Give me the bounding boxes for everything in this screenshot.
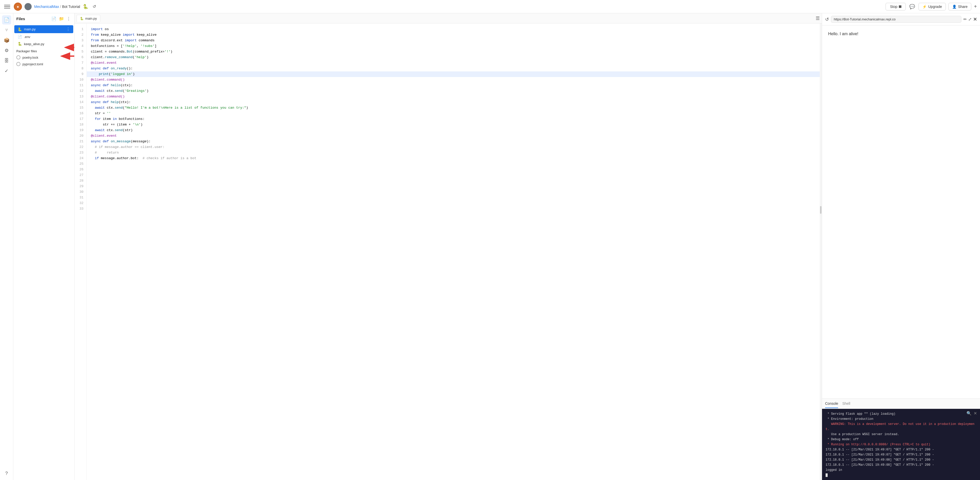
code-line-12: print('logged in') xyxy=(87,71,820,77)
file-name-keep-alive: keep_alive.py xyxy=(24,42,70,46)
packager-item-pyproject[interactable]: pyproject.toml xyxy=(13,61,74,67)
code-line-2: from keep_alive import keep_alive xyxy=(87,32,820,38)
editor-area: 🐍 main.py ☰ 1 2 3 4 5 6 7 8 9 10 11 12 1… xyxy=(75,13,822,480)
code-line-30: # if message.author == client.user: xyxy=(87,144,820,150)
console-toolbar: 🔍 ✕ xyxy=(966,411,977,416)
sidebar-icon-files[interactable]: 📄 xyxy=(2,15,11,24)
packager-icon-pyproject xyxy=(16,62,21,66)
webview-open-button[interactable]: ⤢ xyxy=(968,17,972,22)
sidebar-icon-help[interactable]: ? xyxy=(2,469,11,478)
code-line-15: @client.command() xyxy=(87,77,820,82)
console-cursor-line xyxy=(826,473,977,478)
sidebar-icon-deploy[interactable]: ✓ xyxy=(2,66,11,76)
sidebar-icons: 📄 ⑂ 📦 ⚙ 🗄 ✓ ? xyxy=(0,13,13,480)
sidebar-icon-settings[interactable]: ⚙ xyxy=(2,46,11,55)
hamburger-button[interactable] xyxy=(3,3,11,11)
red-arrow-env xyxy=(60,52,75,60)
code-line-28: @client.event xyxy=(87,133,820,139)
code-line-7: client = commands.Bot(command_prefix='!'… xyxy=(87,49,820,55)
python-file-icon: 🐍 xyxy=(18,27,22,32)
code-line-5: botFunctions = ['!help', '!subs'] xyxy=(87,43,820,49)
plus-button[interactable]: + xyxy=(974,3,977,10)
stop-label: Stop xyxy=(890,5,897,9)
chat-icon-button[interactable]: 💬 xyxy=(908,3,916,11)
breadcrumb-separator: / xyxy=(60,5,61,9)
code-line-33: if message.author.bot: # checks if autho… xyxy=(87,155,820,161)
code-line-23: str = '' xyxy=(87,111,820,116)
file-item-env[interactable]: 📄 .env xyxy=(14,33,73,40)
share-button[interactable]: 👤 Share xyxy=(948,3,971,11)
keep-alive-icon: 🐍 xyxy=(18,42,22,46)
file-options-button[interactable]: ⋮ xyxy=(66,16,71,22)
code-line-8: client.remove_command('help') xyxy=(87,55,820,60)
topbar-left: ● MechanicalMax / Bot Tutorial 🐍 ↺ xyxy=(3,3,883,11)
code-line-3: from discord.ext import commands xyxy=(87,38,820,43)
code-line-29: async def on_message(message): xyxy=(87,139,820,144)
stop-icon xyxy=(899,5,901,8)
right-panel: ↺ ✏ ⤢ ✕ Hello. I am alive! Console Shell… xyxy=(822,13,980,480)
console-search-button[interactable]: 🔍 xyxy=(966,411,972,416)
editor-scrollbar[interactable] xyxy=(820,24,822,480)
console-line-7: 172.18.0.1 -- [21/Mar/2021 19:49:07] "GE… xyxy=(826,447,977,452)
packager-name-pyproject: pyproject.toml xyxy=(22,62,71,66)
console-line-1: * Serving Flask app "" (lazy loading) xyxy=(826,411,977,417)
console-line-11: logged in xyxy=(826,467,977,473)
tab-main-py[interactable]: 🐍 main.py xyxy=(76,15,100,22)
file-panel-title: Files xyxy=(16,17,49,21)
console-tabs: Console Shell xyxy=(822,399,980,409)
console-line-4: Use a production WSGI server instead. xyxy=(826,432,977,437)
code-line-10: @client.event xyxy=(87,60,820,66)
code-line-24: for item in botFunctions: xyxy=(87,116,820,122)
replit-logo: ● xyxy=(14,3,22,11)
upgrade-button[interactable]: ⚡ Upgrade xyxy=(918,3,946,11)
console-cursor xyxy=(826,474,828,477)
code-line-21: await ctx.send("Hello! I'm a bot!\nHere … xyxy=(87,105,820,111)
webview-edit-button[interactable]: ✏ xyxy=(963,17,967,22)
tab-shell[interactable]: Shell xyxy=(842,399,850,408)
webview-close-button[interactable]: ✕ xyxy=(973,17,977,22)
webview-actions: ✏ ⤢ ✕ xyxy=(963,17,977,22)
console-line-8: 172.18.0.1 -- [21/Mar/2021 19:49:07] "GE… xyxy=(826,452,977,457)
file-list: 🐍 main.py ⋮ 📄 .env 🐍 keep_alive.py Packa… xyxy=(13,24,74,480)
console-line-6: * Running on http://0.0.0.0:8080/ (Press… xyxy=(826,442,977,447)
file-name-env: .env xyxy=(24,35,70,39)
sidebar-icon-packages[interactable]: 📦 xyxy=(2,36,11,45)
sidebar-icon-git[interactable]: ⑂ xyxy=(2,25,11,35)
topbar: ● MechanicalMax / Bot Tutorial 🐍 ↺ Stop … xyxy=(0,0,980,13)
share-icon: 👤 xyxy=(952,5,956,9)
new-file-button[interactable]: 📄 xyxy=(51,16,57,22)
console-close-button[interactable]: ✕ xyxy=(974,411,977,416)
console-line-3: WARNING: This is a development server. D… xyxy=(826,421,977,432)
tab-console[interactable]: Console xyxy=(825,399,838,408)
file-options-main-py[interactable]: ⋮ xyxy=(66,27,70,32)
webview-content: Hello. I am alive! xyxy=(822,25,980,398)
hamburger-icon xyxy=(4,3,10,10)
new-folder-button[interactable]: 📁 xyxy=(59,16,65,22)
code-container[interactable]: 1 2 3 4 5 6 7 8 9 10 11 12 13 14 15 16 1… xyxy=(75,24,822,480)
breadcrumb: MechanicalMax / Bot Tutorial xyxy=(34,5,80,9)
share-label: Share xyxy=(958,5,967,9)
webview-refresh-button[interactable]: ↺ xyxy=(825,17,829,22)
history-button[interactable]: ↺ xyxy=(91,3,98,10)
code-line-20: async def help(ctx): xyxy=(87,100,820,105)
code-line-11: async def on_ready(): xyxy=(87,66,820,71)
sidebar-icon-database[interactable]: 🗄 xyxy=(2,56,11,65)
topbar-center: Stop xyxy=(886,3,906,11)
webview-url-input[interactable] xyxy=(831,16,961,23)
code-line-26: await ctx.send(str) xyxy=(87,128,820,133)
console-line-9: 172.18.0.1 -- [21/Mar/2021 19:49:08] "GE… xyxy=(826,457,977,463)
console-line-2: * Environment: production xyxy=(826,417,977,421)
user-avatar xyxy=(24,3,32,10)
editor-menu-button[interactable]: ☰ xyxy=(816,16,820,21)
console-body[interactable]: 🔍 ✕ * Serving Flask app "" (lazy loading… xyxy=(822,409,980,480)
packager-icon-poetry xyxy=(16,55,21,59)
file-item-keep-alive[interactable]: 🐍 keep_alive.py xyxy=(14,40,73,48)
console-line-10: 172.18.0.1 -- [21/Mar/2021 19:49:08] "GE… xyxy=(826,463,977,467)
main-layout: 📄 ⑂ 📦 ⚙ 🗄 ✓ ? Files 📄 📁 ⋮ 🐍 main.py ⋮ 📄 xyxy=(0,13,980,480)
upgrade-label: Upgrade xyxy=(928,5,942,9)
python-icon: 🐍 xyxy=(83,4,88,10)
breadcrumb-user[interactable]: MechanicalMax xyxy=(34,5,59,9)
stop-button[interactable]: Stop xyxy=(886,3,906,11)
code-line-31: # return xyxy=(87,150,820,155)
file-item-main-py[interactable]: 🐍 main.py ⋮ xyxy=(14,25,73,33)
